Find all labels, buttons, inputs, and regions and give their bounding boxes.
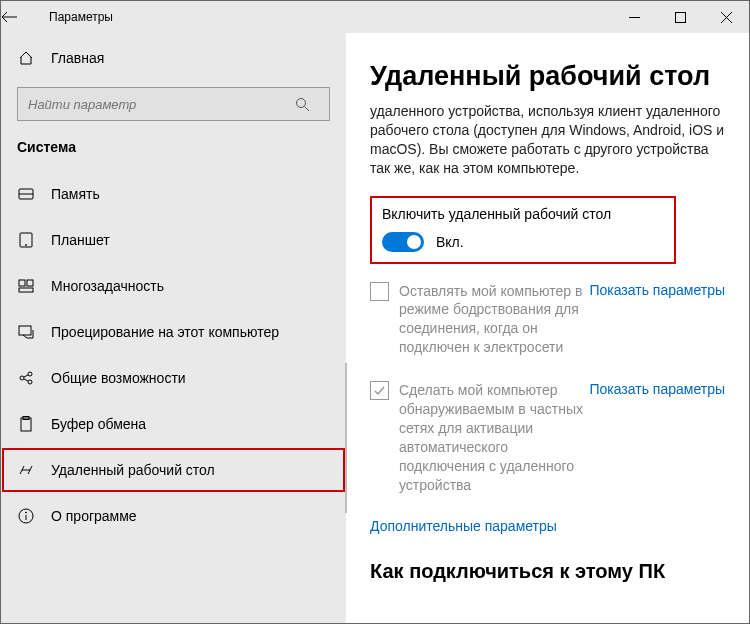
sidebar-item-storage[interactable]: Память: [1, 171, 346, 217]
svg-line-17: [24, 375, 28, 377]
discoverable-checkbox[interactable]: [370, 381, 389, 400]
keep-awake-checkbox[interactable]: [370, 282, 389, 301]
svg-point-14: [20, 376, 24, 380]
home-label: Главная: [51, 50, 104, 66]
discoverable-text: Сделать мой компьютер обнаруживаемым в ч…: [399, 381, 589, 494]
home-button[interactable]: Главная: [1, 41, 346, 75]
sidebar-item-label: Многозадачность: [51, 278, 164, 294]
search-input[interactable]: [18, 88, 295, 120]
enable-remote-block: Включить удаленный рабочий стол Вкл.: [370, 196, 676, 264]
back-button[interactable]: [1, 11, 49, 23]
home-icon: [17, 49, 35, 67]
sidebar-item-label: Планшет: [51, 232, 110, 248]
svg-line-18: [24, 379, 28, 381]
sidebar-item-label: Общие возможности: [51, 370, 186, 386]
svg-rect-10: [19, 280, 25, 286]
svg-point-15: [28, 372, 32, 376]
page-title: Удаленный рабочий стол: [370, 61, 725, 92]
section-header: Система: [1, 135, 346, 165]
keep-awake-text: Оставлять мой компьютер в режиме бодрств…: [399, 282, 589, 358]
close-button[interactable]: [703, 1, 749, 33]
clipboard-icon: [17, 415, 35, 433]
search-icon: [295, 97, 329, 112]
svg-point-9: [26, 245, 27, 246]
sidebar-item-label: Буфер обмена: [51, 416, 146, 432]
about-icon: [17, 507, 35, 525]
tablet-icon: [17, 231, 35, 249]
svg-line-5: [305, 106, 310, 111]
remote-desktop-icon: [17, 461, 35, 479]
additional-params-link[interactable]: Дополнительные параметры: [370, 518, 725, 534]
sidebar-item-shared[interactable]: Общие возможности: [1, 355, 346, 401]
sidebar-item-projecting[interactable]: Проецирование на этот компьютер: [1, 309, 346, 355]
scrollbar-indicator[interactable]: [345, 363, 347, 513]
projecting-icon: [17, 323, 35, 341]
how-to-connect-title: Как подключиться к этому ПК: [370, 560, 725, 583]
titlebar: Параметры: [1, 1, 749, 33]
keep-awake-option: Оставлять мой компьютер в режиме бодрств…: [370, 282, 725, 358]
window-title: Параметры: [49, 10, 113, 24]
sidebar: Главная Система Память Планшет Многозада…: [1, 33, 346, 623]
storage-icon: [17, 185, 35, 203]
keep-awake-show-params[interactable]: Показать параметры: [589, 282, 725, 298]
enable-remote-title: Включить удаленный рабочий стол: [382, 206, 664, 222]
svg-rect-13: [19, 326, 31, 335]
shared-icon: [17, 369, 35, 387]
svg-rect-11: [27, 280, 33, 286]
search-box[interactable]: [17, 87, 330, 121]
discoverable-show-params[interactable]: Показать параметры: [589, 381, 725, 397]
svg-rect-1: [675, 12, 685, 22]
svg-point-16: [28, 380, 32, 384]
multitask-icon: [17, 277, 35, 295]
sidebar-item-label: Проецирование на этот компьютер: [51, 324, 279, 340]
toggle-state-label: Вкл.: [436, 234, 464, 250]
svg-point-4: [297, 98, 306, 107]
page-description: удаленного устройства, используя клиент …: [370, 102, 725, 178]
content-area: Удаленный рабочий стол удаленного устрой…: [346, 33, 749, 623]
sidebar-item-about[interactable]: О программе: [1, 493, 346, 539]
sidebar-item-label: О программе: [51, 508, 137, 524]
sidebar-item-tablet[interactable]: Планшет: [1, 217, 346, 263]
minimize-button[interactable]: [611, 1, 657, 33]
svg-point-24: [26, 512, 27, 513]
svg-rect-12: [19, 288, 33, 292]
maximize-button[interactable]: [657, 1, 703, 33]
enable-remote-toggle[interactable]: [382, 232, 424, 252]
discoverable-option: Сделать мой компьютер обнаруживаемым в ч…: [370, 381, 725, 494]
sidebar-item-label: Удаленный рабочий стол: [51, 462, 215, 478]
sidebar-item-multitask[interactable]: Многозадачность: [1, 263, 346, 309]
sidebar-item-clipboard[interactable]: Буфер обмена: [1, 401, 346, 447]
sidebar-item-label: Память: [51, 186, 100, 202]
sidebar-item-remote-desktop[interactable]: Удаленный рабочий стол: [1, 447, 346, 493]
